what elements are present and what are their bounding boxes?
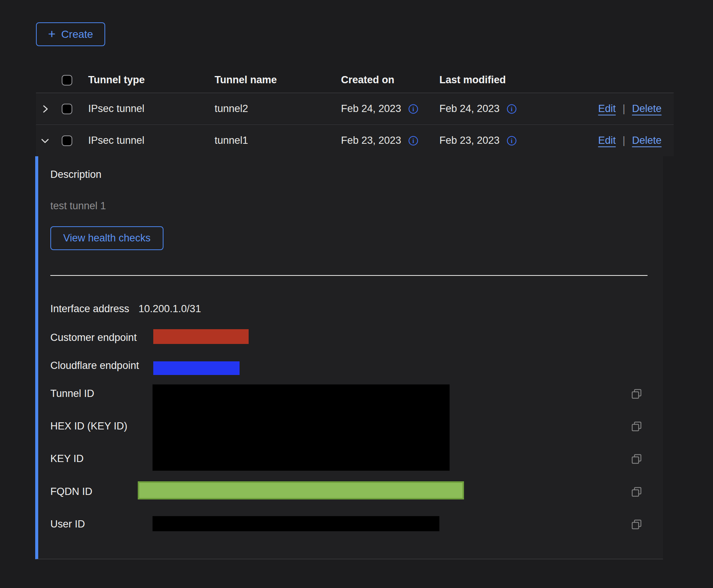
row-checkbox[interactable] xyxy=(62,135,72,146)
delete-link[interactable]: Delete xyxy=(632,103,662,115)
select-all-checkbox[interactable] xyxy=(62,75,72,86)
last-modified-cell: Feb 23, 2023 xyxy=(439,135,500,146)
hex-id-label: HEX ID (KEY ID) xyxy=(50,420,128,432)
copy-fqdn-id-icon[interactable] xyxy=(631,486,642,498)
fqdn-id-label: FQDN ID xyxy=(50,485,92,498)
edit-link[interactable]: Edit xyxy=(598,135,616,146)
svg-text:i: i xyxy=(413,138,414,144)
tunnel-detail-panel: Description test tunnel 1 View health ch… xyxy=(35,156,663,559)
last-modified-cell: Feb 24, 2023 xyxy=(439,103,500,115)
info-icon[interactable]: i xyxy=(408,135,419,146)
created-on-cell: Feb 23, 2023 xyxy=(341,135,401,146)
info-icon[interactable]: i xyxy=(506,135,517,146)
customer-endpoint-redacted-value xyxy=(153,329,249,344)
interface-address-label: Interface address xyxy=(50,303,129,315)
svg-text:i: i xyxy=(413,106,414,112)
edit-link[interactable]: Edit xyxy=(598,103,616,115)
tunnel-type-cell: IPsec tunnel xyxy=(88,103,215,115)
table-row: IPsec tunnel tunnel2 Feb 24, 2023 i Feb … xyxy=(36,93,674,125)
view-health-checks-button[interactable]: View health checks xyxy=(50,226,163,250)
description-value: test tunnel 1 xyxy=(50,200,106,212)
description-label: Description xyxy=(50,168,101,180)
action-separator: | xyxy=(623,135,625,146)
info-icon[interactable]: i xyxy=(408,104,419,114)
info-icon[interactable]: i xyxy=(506,104,517,114)
fqdn-id-redacted-value xyxy=(138,481,464,499)
create-button[interactable]: + Create xyxy=(36,22,105,46)
created-on-cell: Feb 24, 2023 xyxy=(341,103,401,115)
tunnels-page: { "colors": { "accent_blue": "#4c86ee", … xyxy=(0,0,713,588)
tunnel-type-cell: IPsec tunnel xyxy=(88,135,215,146)
header-tunnel-type: Tunnel type xyxy=(88,74,215,86)
row-checkbox[interactable] xyxy=(62,104,72,114)
svg-text:i: i xyxy=(511,138,513,144)
tunnels-table: Tunnel type Tunnel name Created on Last … xyxy=(36,67,674,156)
key-id-label: KEY ID xyxy=(50,453,84,465)
customer-endpoint-label: Customer endpoint xyxy=(50,331,137,344)
section-divider xyxy=(50,275,648,276)
cloudflare-endpoint-label: Cloudflare endpoint xyxy=(50,359,139,372)
chevron-right-icon[interactable] xyxy=(40,104,50,114)
copy-user-id-icon[interactable] xyxy=(631,519,642,530)
ids-redacted-value xyxy=(153,384,450,471)
cloudflare-endpoint-redacted-value xyxy=(153,361,240,375)
header-tunnel-name: Tunnel name xyxy=(215,74,341,86)
table-header-row: Tunnel type Tunnel name Created on Last … xyxy=(36,67,674,93)
copy-hex-id-icon[interactable] xyxy=(631,421,642,432)
svg-text:i: i xyxy=(511,106,513,112)
delete-link[interactable]: Delete xyxy=(632,135,662,146)
user-id-label: User ID xyxy=(50,518,85,530)
action-separator: | xyxy=(623,103,625,115)
chevron-down-icon[interactable] xyxy=(40,135,50,146)
plus-icon: + xyxy=(48,27,56,40)
tunnel-id-label: Tunnel ID xyxy=(50,387,94,400)
tunnel-name-cell: tunnel1 xyxy=(215,135,341,146)
header-last-modified: Last modified xyxy=(439,74,506,86)
user-id-redacted-value xyxy=(153,516,439,531)
copy-key-id-icon[interactable] xyxy=(631,453,642,465)
table-row: IPsec tunnel tunnel1 Feb 23, 2023 i Feb … xyxy=(36,125,674,156)
header-created-on: Created on xyxy=(341,74,394,86)
interface-address-value: 10.200.1.0/31 xyxy=(139,303,201,315)
copy-tunnel-id-icon[interactable] xyxy=(631,388,642,400)
create-button-label: Create xyxy=(61,28,93,40)
tunnel-name-cell: tunnel2 xyxy=(215,103,341,115)
